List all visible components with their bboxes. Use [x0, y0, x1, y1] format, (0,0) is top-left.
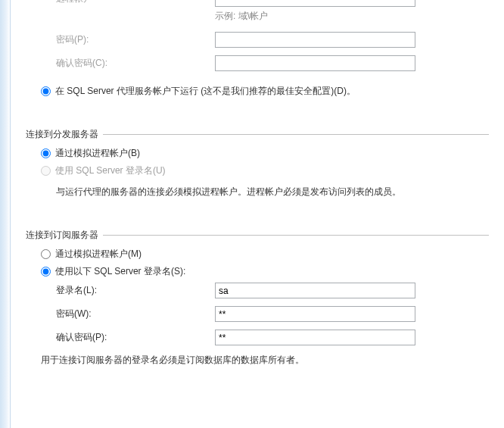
remote-account-label: 远程帐户	[56, 0, 215, 5]
distributor-header: 连接到分发服务器	[26, 128, 489, 141]
sub-impersonate-label: 通过模拟进程帐户(M)	[55, 248, 142, 261]
window-left-edge	[0, 0, 11, 428]
confirm-password-input[interactable]	[215, 55, 415, 71]
sub-note: 用于连接订阅服务器的登录名必须是订阅数据库的数据库所有者。	[41, 353, 489, 367]
confirm-password-label: 确认密码(C):	[56, 57, 215, 70]
distributor-section: 连接到分发服务器 通过模拟进程帐户(B) 使用 SQL Server 登录名(U…	[26, 128, 489, 198]
sub-impersonate-row: 通过模拟进程帐户(M)	[41, 248, 489, 261]
sub-password-row: 密码(W):	[56, 306, 489, 322]
confirm-password-row: 确认密码(C):	[26, 55, 489, 71]
sub-login-input[interactable]	[215, 283, 415, 298]
dist-impersonate-label: 通过模拟进程帐户(B)	[55, 147, 140, 160]
sub-sqllogin-row: 使用以下 SQL Server 登录名(S):	[41, 265, 489, 278]
subscriber-section: 连接到订阅服务器 通过模拟进程帐户(M) 使用以下 SQL Server 登录名…	[26, 229, 489, 367]
password-input[interactable]	[215, 32, 415, 48]
remote-account-row: 远程帐户	[26, 0, 489, 7]
dist-note: 与运行代理的服务器的连接必须模拟进程帐户。进程帐户必须是发布访问列表的成员。	[56, 185, 489, 198]
sub-sqllogin-label: 使用以下 SQL Server 登录名(S):	[55, 265, 185, 278]
sub-password-input[interactable]	[215, 306, 415, 322]
run-under-agent-label: 在 SQL Server 代理服务帐户下运行 (这不是我们推荐的最佳安全配置)(…	[55, 85, 356, 98]
sub-login-row: 登录名(L):	[56, 283, 489, 298]
sub-sqllogin-radio[interactable]	[41, 267, 51, 276]
sub-impersonate-radio[interactable]	[41, 249, 51, 259]
distributor-title: 连接到分发服务器	[26, 128, 98, 141]
dist-impersonate-radio[interactable]	[41, 148, 51, 158]
sub-login-label: 登录名(L):	[56, 284, 215, 297]
run-under-agent-radio[interactable]	[41, 86, 51, 96]
dist-impersonate-row: 通过模拟进程帐户(B)	[41, 147, 489, 160]
subscriber-title: 连接到订阅服务器	[26, 229, 98, 242]
dist-sqllogin-row: 使用 SQL Server 登录名(U)	[41, 164, 489, 177]
subscriber-header: 连接到订阅服务器	[26, 229, 489, 242]
password-label: 密码(P):	[56, 33, 215, 46]
sub-confirm-row: 确认密码(P):	[56, 330, 489, 345]
dist-sqllogin-label: 使用 SQL Server 登录名(U)	[55, 164, 166, 177]
sub-confirm-input[interactable]	[215, 330, 415, 345]
password-row: 密码(P):	[26, 32, 489, 48]
divider-line	[103, 134, 489, 135]
divider-line	[103, 235, 489, 236]
dialog-content: 远程帐户 示例: 域\帐户 密码(P): 确认密码(C): 在 SQL Serv…	[11, 0, 504, 428]
remote-account-input[interactable]	[215, 0, 415, 7]
sub-login-fields: 登录名(L): 密码(W): 确认密码(P):	[56, 283, 489, 345]
run-under-agent-radio-row: 在 SQL Server 代理服务帐户下运行 (这不是我们推荐的最佳安全配置)(…	[41, 85, 489, 98]
dist-sqllogin-radio	[41, 166, 51, 176]
sub-password-label: 密码(W):	[56, 308, 215, 320]
example-hint: 示例: 域\帐户	[215, 10, 489, 23]
sub-confirm-label: 确认密码(P):	[56, 331, 215, 344]
